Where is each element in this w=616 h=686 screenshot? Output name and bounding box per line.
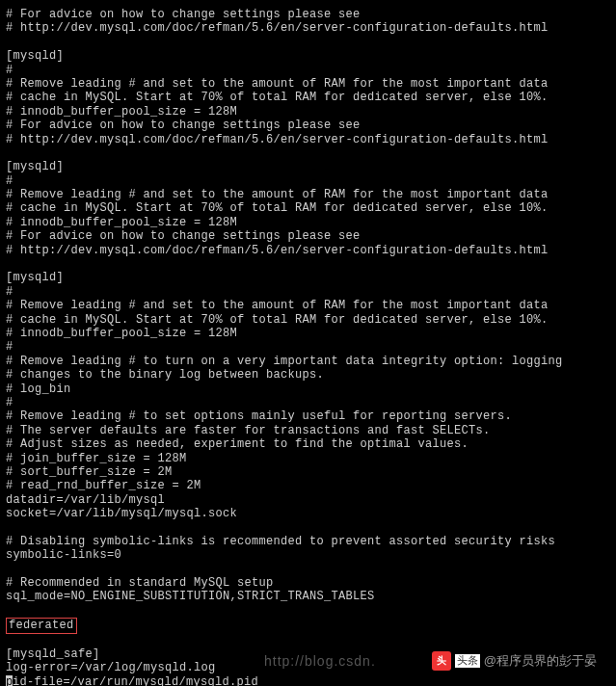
config-line: # innodb_buffer_pool_size = 128M [6, 327, 610, 340]
config-line: # Remove leading # and set to the amount… [6, 299, 610, 312]
watermark-brand: 头 头条 @程序员界的彭于晏 [432, 651, 597, 671]
config-line: # sort_buffer_size = 2M [6, 465, 610, 479]
config-line-highlighted: federated [6, 618, 610, 633]
config-line: # Disabling symbolic-links is recommende… [6, 535, 610, 548]
toutiao-icon: 头 [432, 651, 451, 671]
watermark: http://blog.csdn. 头 头条 @程序员界的彭于晏 [264, 651, 597, 671]
config-line: [mysqld] [6, 160, 610, 173]
config-line: socket=/var/lib/mysql/mysql.sock [6, 507, 610, 520]
config-line: symbolic-links=0 [6, 548, 610, 562]
pid-file-text: id-file=/var/run/mysqld/mysqld.pid [13, 675, 258, 686]
config-line [6, 146, 610, 160]
config-line: # cache in MySQL. Start at 70% of total … [6, 91, 610, 104]
config-line: # join_buffer_size = 128M [6, 452, 610, 465]
config-line [6, 604, 610, 618]
config-line: # Remove leading # to set options mainly… [6, 409, 610, 423]
config-line: sql_mode=NO_ENGINE_SUBSTITUTION,STRICT_T… [6, 590, 610, 603]
cursor: p [6, 675, 13, 686]
config-line: # Remove leading # and set to the amount… [6, 188, 610, 201]
config-line: # log_bin [6, 383, 610, 396]
config-line [6, 36, 610, 49]
config-line: # Remove leading # and set to the amount… [6, 77, 610, 91]
config-line: # [6, 174, 610, 188]
config-line: # Adjust sizes as needed, experiment to … [6, 437, 610, 451]
config-line: # http://dev.mysql.com/doc/refman/5.6/en… [6, 21, 610, 35]
config-line: # For advice on how to change settings p… [6, 8, 610, 21]
watermark-author: @程序员界的彭于晏 [484, 653, 597, 669]
config-line [6, 634, 610, 647]
config-line: # innodb_buffer_pool_size = 128M [6, 105, 610, 119]
config-line: # The server defaults are faster for tra… [6, 424, 610, 437]
config-line [6, 520, 610, 534]
config-line [6, 563, 610, 576]
config-line: # Remove leading # to turn on a very imp… [6, 355, 610, 368]
config-line: # cache in MySQL. Start at 70% of total … [6, 313, 610, 327]
config-line: [mysqld] [6, 271, 610, 284]
federated-highlight: federated [6, 618, 77, 633]
config-line: # read_rnd_buffer_size = 2M [6, 479, 610, 492]
config-line: # http://dev.mysql.com/doc/refman/5.6/en… [6, 133, 610, 146]
config-line: # http://dev.mysql.com/doc/refman/5.6/en… [6, 244, 610, 257]
config-line: [mysqld] [6, 49, 610, 63]
terminal-content: # For advice on how to change settings p… [6, 8, 610, 686]
toutiao-text: 头条 [455, 654, 480, 667]
config-line: # cache in MySQL. Start at 70% of total … [6, 201, 610, 215]
config-line [6, 257, 610, 271]
config-line: # For advice on how to change settings p… [6, 119, 610, 132]
config-line: # innodb_buffer_pool_size = 128M [6, 216, 610, 229]
config-line: # changes to the binary log between back… [6, 368, 610, 382]
config-line: # [6, 340, 610, 354]
config-line-cursor[interactable]: pid-file=/var/run/mysqld/mysqld.pid [6, 675, 610, 686]
config-line: # [6, 64, 610, 77]
config-line: # For advice on how to change settings p… [6, 229, 610, 243]
config-line: # [6, 396, 610, 409]
watermark-url: http://blog.csdn. [264, 653, 376, 670]
config-line: datadir=/var/lib/mysql [6, 493, 610, 507]
config-line: # Recommended in standard MySQL setup [6, 576, 610, 590]
config-line: # [6, 285, 610, 299]
